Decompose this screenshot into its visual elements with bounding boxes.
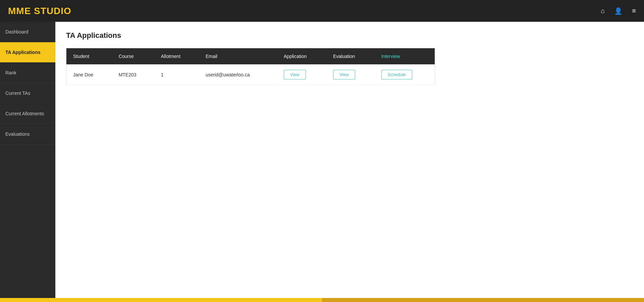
schedule-interview-button[interactable]: Schedule — [381, 70, 412, 79]
footer-bar — [0, 298, 644, 302]
ta-applications-table: Student Course Allotment Email Applicati… — [66, 48, 435, 85]
col-header-evaluation: Evaluation — [326, 48, 375, 65]
home-icon[interactable]: ⌂ — [601, 7, 605, 15]
footer-orange — [322, 298, 644, 302]
content-area: TA Applications Student Course Allotment… — [55, 22, 644, 298]
col-header-allotment: Allotment — [154, 48, 199, 65]
page-title: TA Applications — [66, 31, 633, 40]
cell-interview: Schedule — [375, 64, 435, 85]
sidebar-item-current-tas[interactable]: Current TAs — [0, 83, 55, 104]
user-icon[interactable]: 👤 — [614, 7, 623, 15]
sidebar-item-current-allotments[interactable]: Current Allotments — [0, 104, 55, 124]
view-evaluation-button[interactable]: View — [333, 70, 355, 79]
sidebar-item-dashboard[interactable]: Dashboard — [0, 22, 55, 42]
cell-evaluation: View — [326, 64, 375, 85]
col-header-application: Application — [277, 48, 326, 65]
cell-email: userid@uwaterloo.ca — [199, 64, 277, 85]
cell-student: Jane Doe — [66, 64, 112, 85]
sidebar: Dashboard TA Applications Rank Current T… — [0, 22, 55, 298]
col-header-course: Course — [112, 48, 154, 65]
col-header-email: Email — [199, 48, 277, 65]
table-row: Jane Doe MTE203 1 userid@uwaterloo.ca Vi… — [66, 64, 435, 85]
navbar-icons: ⌂ 👤 ≡ — [601, 7, 636, 15]
cell-application: View — [277, 64, 326, 85]
brand-title: MME STUDIO — [8, 6, 71, 16]
col-header-interview: Interview — [375, 48, 435, 65]
cell-allotment: 1 — [154, 64, 199, 85]
cell-course: MTE203 — [112, 64, 154, 85]
col-header-student: Student — [66, 48, 112, 65]
sidebar-item-rank[interactable]: Rank — [0, 63, 55, 83]
footer-yellow — [0, 298, 322, 302]
sidebar-item-evaluations[interactable]: Evaluations — [0, 124, 55, 144]
main-layout: Dashboard TA Applications Rank Current T… — [0, 22, 644, 298]
view-application-button[interactable]: View — [284, 70, 306, 79]
sidebar-item-ta-applications[interactable]: TA Applications — [0, 42, 55, 63]
navbar: MME STUDIO ⌂ 👤 ≡ — [0, 0, 644, 22]
table-header-row: Student Course Allotment Email Applicati… — [66, 48, 435, 65]
menu-icon[interactable]: ≡ — [632, 7, 636, 15]
